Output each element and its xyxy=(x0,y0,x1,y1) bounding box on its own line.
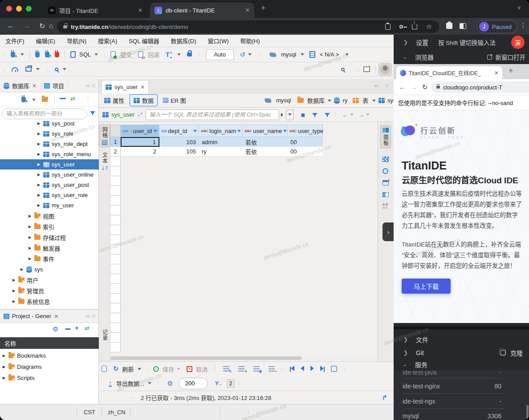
transaction-mode-icon[interactable]: T⡁ xyxy=(166,51,175,58)
export-upload-icon[interactable]: ↑ xyxy=(109,380,112,387)
text-view-button[interactable]: 文本⇣T xyxy=(99,150,110,173)
prev-arrow-icon[interactable]: ← xyxy=(342,111,348,118)
sort-dropdown-icon[interactable] xyxy=(154,130,157,132)
forward-icon[interactable]: → xyxy=(23,22,30,30)
project-tab-title[interactable]: Project - Gener xyxy=(12,313,51,319)
tab-search-chevron-icon[interactable]: ∨ xyxy=(517,4,521,11)
disconnect-icon[interactable] xyxy=(55,52,59,57)
sql-dropdown-icon[interactable] xyxy=(94,53,98,56)
browser-section-header[interactable]: ⌄ 浏览器 ↗ 新窗口打开 xyxy=(394,50,529,64)
menu-edit[interactable]: 编辑(E) xyxy=(36,36,55,45)
driver-selector[interactable]: mysql xyxy=(281,51,296,58)
view-menu-icon[interactable]: ⁞ xyxy=(87,96,89,101)
tab-project[interactable]: 项目 xyxy=(53,81,64,90)
close-icon[interactable]: ✕ xyxy=(138,7,142,13)
cell-user-id[interactable]: 1 xyxy=(121,137,159,147)
expand-icon[interactable]: + xyxy=(75,324,79,331)
reconnect-icon[interactable]: ⟳ xyxy=(45,52,49,57)
eraser-icon[interactable]: ◆ xyxy=(298,110,307,119)
refresh-icon[interactable]: ↻ xyxy=(113,365,119,373)
menu-sql-editor[interactable]: SQL 编辑器 xyxy=(129,36,159,45)
tree-item-sys-user-role[interactable]: ▶sys_user_role xyxy=(0,190,99,200)
extensions-puzzle-icon[interactable] xyxy=(446,23,452,29)
cell-login-name[interactable]: ry xyxy=(199,147,243,156)
minimize-icon[interactable]: ▭ xyxy=(85,314,90,319)
tree-item-sys-role-dept[interactable]: ▶sys_role_dept xyxy=(0,139,99,149)
history-dropdown-icon[interactable] xyxy=(248,53,252,56)
apply-filter-icon[interactable] xyxy=(281,113,283,117)
filter-history-dropdown[interactable] xyxy=(286,109,294,120)
tab-data[interactable]: 数据 xyxy=(130,94,158,106)
fetch-segment-icon[interactable]: Y⌄ xyxy=(215,380,222,387)
project-item-scripts[interactable]: ▶▤Scripts xyxy=(0,373,99,383)
dashboard-icon[interactable] xyxy=(12,67,18,72)
tab-db-client[interactable]: t db-client - TitanIDE ✕ xyxy=(150,3,254,18)
menu-database[interactable]: 数据库(D) xyxy=(171,36,196,45)
maximize-icon[interactable]: □ xyxy=(386,83,388,88)
table-filter-input[interactable] xyxy=(2,109,87,119)
service-row[interactable]: mysql3306 xyxy=(394,409,529,420)
menu-help[interactable]: 帮助(H) xyxy=(240,36,260,45)
auto-refresh-icon[interactable]: ↱ xyxy=(382,394,387,402)
context-table-label[interactable]: 表 xyxy=(362,96,368,105)
database-dropdown-icon[interactable] xyxy=(345,53,349,56)
column-header-dept-id[interactable]: 123 dept_id xyxy=(159,125,199,137)
column-header-user-id[interactable]: 123 user_id xyxy=(121,125,159,137)
collapse-panel-chevron[interactable]: › xyxy=(383,222,394,241)
tab-er-diagram[interactable]: ER 图 xyxy=(159,95,190,106)
save-filter-icon[interactable] xyxy=(312,113,317,116)
close-icon[interactable]: ✕ xyxy=(245,7,250,13)
first-row-icon[interactable] xyxy=(290,366,294,372)
service-row[interactable]: ide-test-ngx- xyxy=(394,394,529,408)
history-icon[interactable]: ↺ xyxy=(240,51,246,59)
calc-panel-icon[interactable] xyxy=(383,180,389,186)
user-avatar-button[interactable] xyxy=(378,63,392,76)
expand-filter-icon[interactable]: ⤢ xyxy=(138,112,142,117)
transaction-dropdown-icon[interactable] xyxy=(177,53,181,56)
tree-item-sys-role-menu[interactable]: ▶sys_role_menu xyxy=(0,149,99,159)
commit-button[interactable]: 提交 xyxy=(120,50,132,59)
home-icon[interactable]: ⌂ xyxy=(49,22,53,29)
cancel-button[interactable]: 取消 xyxy=(196,365,208,373)
refresh-button[interactable]: 刷新 xyxy=(122,365,134,373)
save-button[interactable]: 保存 xyxy=(163,365,174,373)
new-tab-icon[interactable]: + xyxy=(261,4,266,13)
close-icon[interactable]: ✕ xyxy=(140,84,145,90)
lock-toggle-icon[interactable] xyxy=(187,52,192,57)
sql-filter-input[interactable] xyxy=(146,109,279,120)
connect-icon[interactable] xyxy=(35,52,40,57)
add-row-icon[interactable]: + xyxy=(238,366,244,372)
fetch-settings-gear-icon[interactable]: ⚙ xyxy=(167,380,173,388)
row-number[interactable]: 1 xyxy=(110,137,121,147)
tree-item-sys-user-selected[interactable]: ▶sys_user xyxy=(0,159,99,170)
export-dropdown-icon[interactable] xyxy=(148,382,151,384)
preview-tab[interactable]: TitanIDE_CloudIDE_在线IDE_ ✕ xyxy=(396,66,502,79)
cell-dept-id[interactable]: 103 xyxy=(159,137,199,147)
tab-project[interactable]: ‹t› 项目 - TitanIDE ✕ xyxy=(44,3,147,18)
forward-icon[interactable]: → xyxy=(411,83,417,91)
project-item-diagrams[interactable]: ▶▣Diagrams xyxy=(0,362,99,372)
horizontal-scrollbar[interactable] xyxy=(110,356,378,360)
cell-user-id[interactable]: 2 xyxy=(121,147,159,156)
record-copy-icon[interactable] xyxy=(102,366,107,372)
link-editor-icon[interactable]: ⇄ xyxy=(70,95,75,102)
edit-row-icon[interactable]: ✎ xyxy=(223,366,229,372)
save-check-icon[interactable]: ✓ xyxy=(153,366,159,372)
export-button[interactable]: 导出数据... xyxy=(116,379,144,388)
search-icon[interactable] xyxy=(55,68,58,71)
tree-item-users[interactable]: ▶☻用户 xyxy=(0,275,99,285)
minimize-icon[interactable]: ▭ xyxy=(85,83,90,88)
bookmark-star-icon[interactable]: ☆ xyxy=(426,23,432,31)
new-tab-icon[interactable]: + xyxy=(509,66,513,76)
clone-button[interactable]: 克隆 xyxy=(501,348,523,357)
settings-section-header[interactable]: ❯ 设置 按 Shift 键切换输入法 演 xyxy=(394,35,529,50)
close-icon[interactable]: ✕ xyxy=(32,83,37,89)
menu-navigate[interactable]: 导航(N) xyxy=(67,36,86,45)
sort-dropdown-icon[interactable] xyxy=(193,130,197,132)
save-dropdown-icon[interactable] xyxy=(177,368,180,370)
next-arrow-icon[interactable]: → xyxy=(358,111,364,118)
preview-omnibox[interactable]: cloudtogo.cn/product-T xyxy=(431,81,529,93)
menu-file[interactable]: 文件(F) xyxy=(5,36,24,45)
tab-properties[interactable]: 属性 xyxy=(101,95,128,106)
tree-item-sys-role[interactable]: ▶sys_role xyxy=(0,129,99,139)
